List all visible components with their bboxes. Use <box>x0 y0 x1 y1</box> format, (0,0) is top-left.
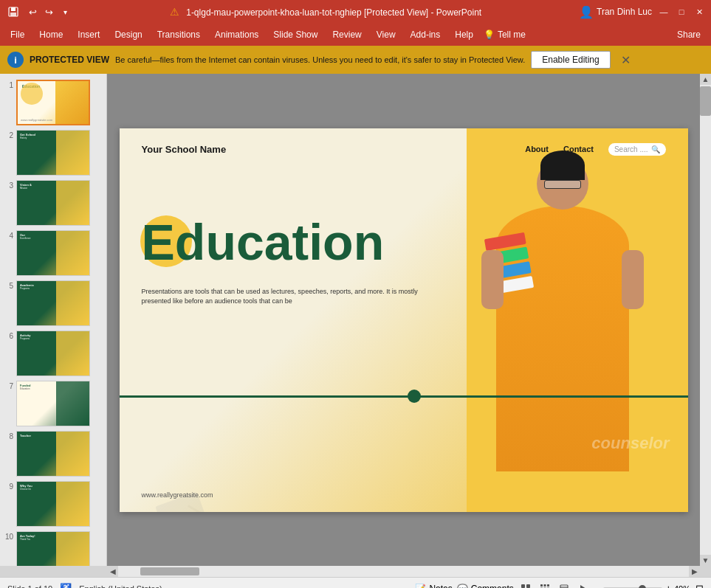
scroll-thumb-v[interactable] <box>700 86 711 116</box>
title-bar: ↩ ↪ ▾ ⚠ 1-qlgd-mau-powerpoint-khoa-luan-… <box>0 0 711 24</box>
slide-thumbnail-5[interactable]: 5 Academic Programs <box>3 280 103 326</box>
nav-contact[interactable]: Contact <box>563 145 594 153</box>
slide-thumb-3[interactable]: Vision & Mission <box>16 180 90 226</box>
slide-thumbnail-6[interactable]: 6 Activity Programs <box>3 331 103 376</box>
menu-home[interactable]: Home <box>32 27 70 43</box>
menu-animations[interactable]: Animations <box>207 27 266 43</box>
close-button[interactable]: ✕ <box>693 6 705 18</box>
zoom-area: − + 40% ⊡ <box>595 583 704 588</box>
slide-thumbnail-9[interactable]: 9 Why You Choose Us <box>3 481 103 527</box>
scroll-left-button[interactable]: ◀ <box>107 566 118 577</box>
svg-rect-4 <box>526 584 530 588</box>
scroll-track-v[interactable] <box>700 85 711 555</box>
normal-view-button[interactable] <box>518 581 533 589</box>
enable-editing-button[interactable]: Enable Editing <box>531 51 610 69</box>
notes-button[interactable]: 📝 Notes <box>415 584 452 589</box>
comments-label: Comments <box>471 584 514 589</box>
school-name-label: Your School Name <box>142 144 227 155</box>
slide-thumb-9[interactable]: Why You Choose Us <box>16 481 90 527</box>
warning-icon: ⚠ <box>170 6 179 18</box>
slide-thumbnail-4[interactable]: 4 Our Excellence <box>3 230 103 276</box>
nav-about[interactable]: About <box>525 145 549 153</box>
right-scrollbar: ▲ ▼ <box>700 74 711 566</box>
slide-thumbnail-7[interactable]: 7 Funded Education <box>3 381 103 426</box>
svg-rect-8 <box>543 584 546 587</box>
slide-thumb-1[interactable]: Education www.reallygreatsite.com <box>16 80 90 125</box>
counselor-text: counselor <box>591 434 669 453</box>
slideshow-button[interactable] <box>576 581 591 589</box>
menu-addins[interactable]: Add-ins <box>403 27 448 43</box>
menu-slideshow[interactable]: Slide Show <box>266 27 325 43</box>
minimize-button[interactable]: — <box>658 6 670 18</box>
slide-sorter-button[interactable] <box>537 581 552 589</box>
reading-view-button[interactable] <box>557 581 571 589</box>
customize-button[interactable]: ▾ <box>58 4 72 19</box>
slide-thumbnail-10[interactable]: 10 Are Today! Thank You <box>3 531 103 566</box>
student-image: counselor <box>437 128 688 512</box>
username-label: Tran Dinh Luc <box>597 7 652 17</box>
slide-thumb-7[interactable]: Funded Education <box>16 381 90 426</box>
svg-marker-15 <box>580 585 586 589</box>
share-button[interactable]: Share <box>670 27 708 43</box>
user-info: 👤 Tran Dinh Luc <box>579 5 652 19</box>
slide-count-label: Slide 1 of 10 <box>7 584 52 589</box>
green-divider <box>120 395 688 398</box>
zoom-out-button[interactable]: − <box>595 583 601 588</box>
slide-num-2: 2 <box>3 130 13 139</box>
scroll-down-button[interactable]: ▼ <box>700 555 711 566</box>
search-box[interactable]: Search .... 🔍 <box>608 143 666 156</box>
slide-thumb-8[interactable]: Teacher <box>16 431 90 477</box>
zoom-in-button[interactable]: + <box>665 583 671 588</box>
slide-thumbnail-8[interactable]: 8 Teacher <box>3 431 103 477</box>
scrollbar-main: ◀ ▶ <box>107 566 700 577</box>
menu-file[interactable]: File <box>3 27 32 43</box>
maximize-button[interactable]: □ <box>676 6 687 18</box>
tell-me-input[interactable]: 💡 Tell me <box>484 30 526 40</box>
slide-website: www.reallygreatsite.com <box>142 491 213 499</box>
canvas-area: Your School Name About Contact Search ..… <box>107 74 700 566</box>
redo-button[interactable]: ↪ <box>41 4 56 19</box>
comments-button[interactable]: 💬 Comments <box>457 584 514 589</box>
title-text: ⚠ 1-qlgd-mau-powerpoint-khoa-luan-tot-ng… <box>72 6 579 18</box>
slide-thumbnail-2[interactable]: 2 Get School History <box>3 130 103 176</box>
zoom-slider-thumb[interactable] <box>639 585 646 589</box>
user-icon: 👤 <box>579 5 594 19</box>
undo-button[interactable]: ↩ <box>25 4 40 19</box>
menu-design[interactable]: Design <box>107 27 149 43</box>
slide-thumb-4[interactable]: Our Excellence <box>16 230 90 276</box>
slide-canvas: Your School Name About Contact Search ..… <box>120 128 688 512</box>
green-dot <box>408 390 421 403</box>
svg-rect-2 <box>10 13 16 16</box>
slide-panel: 1 Education www.reallygreatsite.com 2 Ge… <box>0 74 107 566</box>
menu-transitions[interactable]: Transitions <box>150 27 207 43</box>
slide-num-7: 7 <box>3 381 13 390</box>
slide-num-1: 1 <box>3 80 13 89</box>
menu-bar: File Home Insert Design Transitions Anim… <box>0 24 711 46</box>
scroll-right-button[interactable]: ▶ <box>689 566 700 577</box>
comments-icon: 💬 <box>457 584 468 589</box>
undo-redo-group: ↩ ↪ ▾ <box>25 4 72 19</box>
accessibility-icon: ♿ <box>60 583 72 588</box>
svg-rect-9 <box>547 584 549 587</box>
scroll-thumb-h[interactable] <box>140 567 199 575</box>
scroll-track-h[interactable] <box>118 566 689 577</box>
menu-help[interactable]: Help <box>447 27 481 43</box>
protected-view-bar: i PROTECTED VIEW Be careful—files from t… <box>0 46 711 74</box>
slide-thumb-5[interactable]: Academic Programs <box>16 280 90 326</box>
slide-thumbnail-3[interactable]: 3 Vision & Mission <box>3 180 103 226</box>
slide-thumb-2[interactable]: Get School History <box>16 130 90 176</box>
fit-button[interactable]: ⊡ <box>695 583 704 588</box>
scroll-up-button[interactable]: ▲ <box>700 74 711 85</box>
slide-thumb-6[interactable]: Activity Programs <box>16 331 90 376</box>
status-right: 📝 Notes 💬 Comments − + 40% ⊡ <box>415 581 704 589</box>
menu-view[interactable]: View <box>369 27 403 43</box>
title-right: 👤 Tran Dinh Luc — □ ✕ <box>579 5 705 19</box>
slide-num-9: 9 <box>3 481 13 491</box>
save-icon[interactable] <box>6 4 21 19</box>
slide-thumb-10[interactable]: Are Today! Thank You <box>16 531 90 566</box>
close-bar-button[interactable]: ✕ <box>621 53 631 67</box>
slide-thumbnail-1[interactable]: 1 Education www.reallygreatsite.com <box>3 80 103 125</box>
scrollbar-corner <box>0 566 107 577</box>
menu-review[interactable]: Review <box>325 27 368 43</box>
menu-insert[interactable]: Insert <box>70 27 107 43</box>
